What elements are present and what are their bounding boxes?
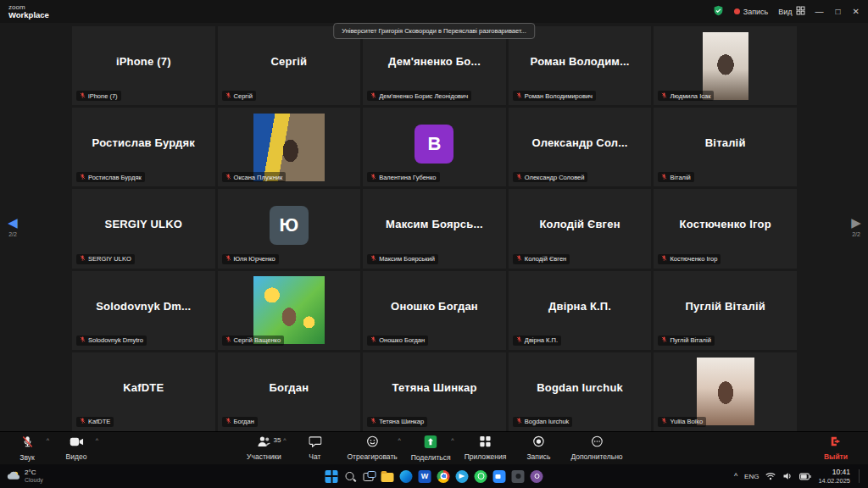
muted-mic-icon: [225, 174, 231, 181]
participant-label: Максим Боярський: [367, 254, 438, 264]
video-button[interactable]: Видео ^: [53, 435, 100, 462]
participant-tile[interactable]: Сергій Ващенко: [218, 271, 361, 350]
show-desktop-button[interactable]: [859, 469, 861, 483]
participant-label-text: Віталій: [670, 174, 690, 181]
participant-tile[interactable]: Bogdan IurchukBogdan Iurchuk: [509, 352, 652, 431]
participant-label: Yuliia Boiko: [658, 417, 706, 427]
security-shield-icon[interactable]: [713, 5, 724, 18]
system-tray: ^ ENG 10:41 14.02.2025: [734, 468, 861, 484]
search-icon[interactable]: [344, 470, 357, 483]
muted-mic-icon: [516, 92, 522, 100]
participant-tile[interactable]: Оксана Плужник: [218, 108, 361, 186]
share-button[interactable]: Поделиться ^: [406, 435, 456, 462]
participant-label: SERGIY ULKO: [76, 254, 135, 264]
audio-button[interactable]: Звук ^: [3, 435, 51, 462]
tray-time: 10:41: [832, 468, 850, 476]
participant-label-text: Олександр Соловей: [525, 174, 585, 181]
muted-mic-icon: [661, 336, 667, 344]
apps-button[interactable]: Приложения: [459, 435, 512, 462]
participant-display-name: Solodovnyk Dm...: [87, 300, 199, 321]
minimize-button[interactable]: —: [815, 7, 824, 16]
viber-icon[interactable]: [531, 470, 543, 483]
participant-label: Олександр Соловей: [513, 172, 588, 182]
weather-widget[interactable]: 2°C Cloudy: [7, 469, 43, 484]
participant-tile[interactable]: ЮЮля Юрченко: [218, 189, 361, 268]
more-button[interactable]: Дополнительно: [565, 435, 627, 462]
participant-label-text: Solodovnyk Dmytro: [88, 336, 143, 344]
participant-label-text: Yuliia Boiko: [670, 418, 703, 425]
clock-widget[interactable]: 10:41 14.02.2025: [818, 468, 850, 484]
participants-label: Участники: [247, 452, 281, 461]
participant-tile[interactable]: Максим Боярсь...Максим Боярський: [363, 189, 506, 268]
participant-tile[interactable]: iPhone (7)iPhone (7): [72, 26, 215, 105]
participant-tile[interactable]: Yuliia Boiko: [654, 352, 797, 431]
edge-icon[interactable]: [400, 470, 413, 483]
next-page-arrow-icon[interactable]: ▶: [847, 216, 865, 229]
participant-tile[interactable]: Оношко БогданОношко Богдан: [363, 271, 506, 350]
participant-tile[interactable]: ВВалентина Губенко: [363, 108, 506, 186]
record-dot-icon: [734, 8, 740, 14]
participant-tile[interactable]: Олександр Сол...Олександр Соловей: [509, 108, 652, 186]
participant-label: Костюченко Ігор: [658, 254, 721, 264]
share-options-caret[interactable]: ^: [451, 437, 453, 443]
muted-mic-icon: [516, 418, 522, 425]
muted-mic-icon: [370, 255, 376, 263]
whatsapp-icon[interactable]: [475, 470, 487, 483]
participant-tile[interactable]: БогданБогдан: [218, 352, 361, 431]
participant-label: Роман Володимирович: [513, 91, 596, 101]
battery-icon[interactable]: [799, 469, 811, 484]
maximize-button[interactable]: □: [836, 7, 841, 16]
participant-label-text: Тетяна Шинкар: [379, 418, 424, 425]
participant-label-text: KafDTE: [88, 418, 110, 425]
participant-label-text: Оношко Богдан: [379, 336, 425, 344]
participant-display-name: Пуглій Віталій: [676, 300, 773, 321]
start-icon[interactable]: [326, 470, 338, 483]
volume-icon[interactable]: [782, 469, 793, 484]
telegram-icon[interactable]: [456, 470, 469, 483]
grid-view-icon: [796, 6, 805, 17]
participant-tile[interactable]: Solodovnyk Dm...Solodovnyk Dmytro: [72, 271, 215, 350]
record-button[interactable]: Запись: [515, 435, 562, 462]
participant-label: Тетяна Шинкар: [367, 417, 427, 427]
previous-page-arrow-icon[interactable]: ◀: [3, 216, 22, 229]
participant-tile[interactable]: KafDTEKafDTE: [72, 352, 215, 431]
leave-button[interactable]: Выйти: [812, 435, 860, 461]
participant-display-name: Олександр Сол...: [524, 136, 637, 158]
participant-label: KafDTE: [76, 417, 114, 427]
participant-tile[interactable]: Костюченко ІгорКостюченко Ігор: [654, 189, 797, 268]
participants-button[interactable]: 35 Участники ^: [240, 435, 287, 462]
react-options-caret[interactable]: ^: [398, 437, 400, 443]
muted-mic-icon: [21, 435, 34, 452]
file-explorer-icon[interactable]: [381, 473, 394, 482]
chrome-icon[interactable]: [437, 470, 450, 483]
task-view-icon[interactable]: [363, 470, 376, 483]
close-button[interactable]: ✕: [853, 7, 860, 16]
react-button[interactable]: Отреагировать ^: [342, 435, 402, 462]
participant-tile[interactable]: Колодій ЄвгенКолодій Євген: [509, 189, 652, 268]
participant-tile[interactable]: Двірна К.П.Двірна К.П.: [509, 271, 652, 350]
muted-mic-icon: [80, 418, 86, 425]
participant-label-text: Юля Юрченко: [234, 255, 275, 263]
muted-mic-icon: [80, 174, 86, 181]
audio-options-caret[interactable]: ^: [47, 437, 49, 443]
word-icon[interactable]: [419, 470, 431, 483]
participant-tile[interactable]: Пуглій ВіталійПуглій Віталій: [654, 271, 797, 350]
wifi-icon[interactable]: [765, 469, 776, 484]
participant-tile[interactable]: Людмила Ісак: [654, 26, 797, 105]
zoom-icon[interactable]: [493, 470, 506, 483]
language-indicator[interactable]: ENG: [744, 473, 759, 480]
participant-tile[interactable]: ВіталійВіталій: [654, 108, 797, 186]
participant-label-text: Пуглій Віталій: [670, 336, 710, 344]
participant-tile[interactable]: Ростислав БурдякРостислав Бурдяк: [72, 108, 215, 186]
participant-tile[interactable]: Тетяна ШинкарТетяна Шинкар: [363, 352, 506, 431]
participant-label-text: Сергій Ващенко: [234, 336, 281, 344]
participants-options-caret[interactable]: ^: [283, 437, 286, 443]
participant-tile[interactable]: SERGIY ULKOSERGIY ULKO: [72, 189, 215, 268]
tray-overflow-chevron-icon[interactable]: ^: [734, 472, 737, 480]
video-options-caret[interactable]: ^: [96, 437, 98, 443]
view-button[interactable]: Вид: [778, 6, 804, 17]
chat-button[interactable]: Чат: [291, 435, 338, 462]
recording-indicator[interactable]: Запись: [734, 8, 769, 16]
view-label: Вид: [778, 8, 792, 16]
camera-icon[interactable]: [512, 470, 525, 483]
